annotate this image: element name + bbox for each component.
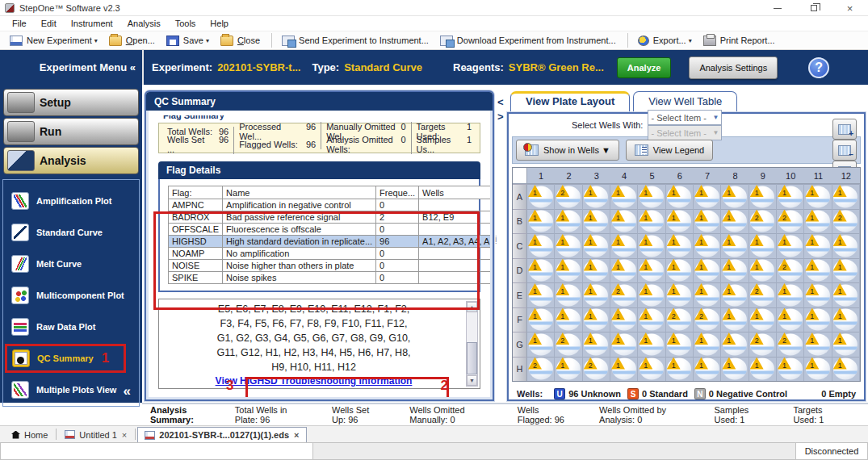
menu-file[interactable]: File <box>5 17 34 30</box>
save-button[interactable]: Save▾ <box>161 34 214 48</box>
well-A1[interactable]: 1 <box>527 184 555 209</box>
close-folder-button[interactable]: Close <box>216 34 265 48</box>
well-H9[interactable]: 1 <box>749 357 777 382</box>
well-G1[interactable]: 1 <box>527 332 555 357</box>
well-B2[interactable]: 1 <box>555 209 582 234</box>
sidebar-section-setup[interactable]: Setup <box>3 89 139 116</box>
well-E8[interactable]: 1 <box>721 282 748 307</box>
analyze-button[interactable]: Analyze <box>617 57 672 78</box>
plate-column-header-10[interactable]: 10 <box>777 168 804 184</box>
sidebar-item-standard-curve[interactable]: Standard Curve <box>6 218 136 247</box>
well-C3[interactable]: 1 <box>583 233 610 258</box>
well-B4[interactable]: 1 <box>610 209 638 234</box>
scroll-up-icon[interactable]: ▲ <box>467 302 477 312</box>
export-button[interactable]: Export...▾ <box>633 34 697 48</box>
well-E2[interactable]: 1 <box>555 282 582 307</box>
well-B10[interactable]: 2 <box>777 209 804 234</box>
sidebar-item-multiple-plots-view[interactable]: Multiple Plots View <box>6 375 136 404</box>
well-G3[interactable]: 1 <box>583 332 610 357</box>
well-H6[interactable]: 1 <box>666 357 694 382</box>
flag-row-noamp[interactable]: NOAMPNo amplification0 <box>169 248 493 260</box>
sidebar-item-melt-curve[interactable]: Melt Curve <box>6 249 136 278</box>
select-wells-dropdown-1[interactable]: - Select Item -▼ <box>648 110 722 125</box>
well-E4[interactable]: 2 <box>610 282 638 307</box>
plate-row-header-D[interactable]: D <box>513 258 527 283</box>
doc-tab-202101-sybr-t-0127-1-1-eds[interactable]: 202101-SYBR-t...0127(1)(1).eds× <box>137 427 306 442</box>
well-G2[interactable]: 2 <box>555 332 582 357</box>
tab-view-plate-layout[interactable]: View Plate Layout <box>510 91 630 112</box>
plate-row-header-H[interactable]: H <box>513 357 527 382</box>
plate-row-header-C[interactable]: C <box>513 233 527 258</box>
zoom-in-plate-button[interactable]: + <box>832 119 857 140</box>
well-E3[interactable]: 1 <box>583 282 610 307</box>
plate-column-header-2[interactable]: 2 <box>555 168 582 184</box>
well-B5[interactable]: 1 <box>638 209 665 234</box>
well-C5[interactable]: 1 <box>638 233 665 258</box>
well-H4[interactable]: 1 <box>610 357 638 382</box>
well-F6[interactable]: 2 <box>666 307 694 332</box>
well-C2[interactable]: 1 <box>555 233 582 258</box>
sidebar-item-amplification-plot[interactable]: Amplification Plot <box>6 186 136 215</box>
well-H11[interactable]: 1 <box>804 357 832 382</box>
show-in-wells-button[interactable]: Show in Wells ▼ <box>516 140 619 161</box>
plate-column-header-11[interactable]: 11 <box>804 168 832 184</box>
well-G9[interactable]: 2 <box>749 332 777 357</box>
well-H2[interactable]: 1 <box>555 357 582 382</box>
well-C8[interactable]: 1 <box>721 233 748 258</box>
well-H5[interactable]: 1 <box>638 357 665 382</box>
plate-column-header-9[interactable]: 9 <box>749 168 777 184</box>
well-C11[interactable]: 1 <box>804 233 832 258</box>
menu-help[interactable]: Help <box>203 17 236 30</box>
well-H12[interactable]: 1 <box>832 357 860 382</box>
well-F1[interactable]: 1 <box>527 307 555 332</box>
well-C10[interactable]: 1 <box>777 233 804 258</box>
well-G10[interactable]: 2 <box>777 332 804 357</box>
plate-row-header-A[interactable]: A <box>513 184 527 209</box>
menu-edit[interactable]: Edit <box>34 17 64 30</box>
well-C6[interactable]: 1 <box>666 233 694 258</box>
scroll-down-icon[interactable]: ▼ <box>467 375 477 386</box>
download-button[interactable]: Download Experiment from Instrument... <box>435 34 621 48</box>
well-E10[interactable]: 1 <box>777 282 804 307</box>
well-G6[interactable]: 1 <box>666 332 694 357</box>
close-tab-icon[interactable]: × <box>122 430 127 440</box>
well-D1[interactable]: 1 <box>527 258 555 283</box>
well-B8[interactable]: 1 <box>721 209 748 234</box>
collapse-right-icon[interactable]: > <box>497 111 504 123</box>
well-B9[interactable]: 2 <box>749 209 777 234</box>
well-F7[interactable]: 2 <box>694 307 721 332</box>
panel-splitter[interactable]: < > ⁞⁞ <box>494 85 507 403</box>
well-A2[interactable]: 2 <box>555 184 582 209</box>
well-E7[interactable]: 1 <box>694 282 721 307</box>
well-D7[interactable]: 1 <box>694 258 721 283</box>
plate-column-header-3[interactable]: 3 <box>583 168 610 184</box>
well-D4[interactable]: 1 <box>610 258 638 283</box>
well-F3[interactable]: 1 <box>583 307 610 332</box>
plate-column-header-8[interactable]: 8 <box>721 168 748 184</box>
well-B6[interactable]: 1 <box>666 209 694 234</box>
print-button[interactable]: Print Report... <box>698 34 780 48</box>
zoom-out-plate-button[interactable]: − <box>832 140 857 161</box>
well-D12[interactable]: 1 <box>832 258 860 283</box>
plate-column-header-5[interactable]: 5 <box>638 168 665 184</box>
flag-details-table[interactable]: Flag:NameFreque...WellsAMPNCAmplificatio… <box>168 186 493 284</box>
analysis-settings-button[interactable]: Analysis Settings <box>689 56 778 79</box>
sidebar-section-run[interactable]: Run <box>3 118 139 145</box>
well-E12[interactable]: 1 <box>832 282 860 307</box>
flag-row-spike[interactable]: SPIKENoise spikes0 <box>169 272 493 284</box>
well-F2[interactable]: 1 <box>555 307 582 332</box>
well-G8[interactable]: 1 <box>721 332 748 357</box>
well-F9[interactable]: 1 <box>749 307 777 332</box>
sidebar-collapse-button[interactable]: « <box>124 383 131 399</box>
well-A10[interactable]: 1 <box>777 184 804 209</box>
well-G12[interactable]: 1 <box>832 332 860 357</box>
highsd-troubleshooting-link[interactable]: View HIGHSD Troubleshooting Information <box>216 375 413 387</box>
well-D9[interactable]: 1 <box>749 258 777 283</box>
well-G7[interactable]: 1 <box>694 332 721 357</box>
plate-column-header-4[interactable]: 4 <box>610 168 638 184</box>
well-A8[interactable]: 1 <box>721 184 748 209</box>
well-D8[interactable]: 1 <box>721 258 748 283</box>
well-G11[interactable]: 1 <box>804 332 832 357</box>
well-D6[interactable]: 1 <box>666 258 694 283</box>
well-C12[interactable]: 1 <box>832 233 860 258</box>
